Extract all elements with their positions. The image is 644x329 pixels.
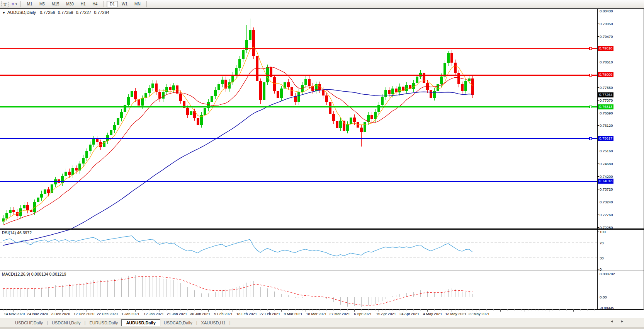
text-tool-button[interactable]: T: [1, 1, 9, 7]
toolbar-separator: [20, 1, 21, 7]
tab-eurusd-daily[interactable]: EURUSD,Daily: [86, 320, 121, 326]
timeframe-h1-button[interactable]: H1: [78, 1, 89, 7]
panel-borders: [0, 9, 644, 310]
timeframe-d1-button[interactable]: D1: [107, 1, 118, 7]
timeframe-m15-button[interactable]: M15: [49, 1, 62, 7]
text-tool-icon: T: [3, 2, 6, 7]
tab-separator: |: [85, 320, 86, 325]
timeframe-m5-button[interactable]: M5: [36, 1, 48, 7]
timeframe-w1-button[interactable]: W1: [119, 1, 131, 7]
timeframe-m30-button[interactable]: M30: [63, 1, 76, 7]
timeframe-m1-button[interactable]: M1: [24, 1, 36, 7]
chevron-down-icon: ▾: [15, 2, 17, 6]
macd-signal-line: [3, 276, 472, 305]
level-lines-layer: [0, 48, 597, 181]
candlestick-layer: [2, 19, 474, 225]
tab-audusd-daily[interactable]: AUDUSD,Daily: [121, 319, 160, 326]
toolbar-separator: [103, 1, 104, 7]
macd-signal-layer: [3, 276, 472, 305]
scroll-right-icon: ►: [620, 319, 631, 323]
bottom-strip: [0, 327, 644, 329]
tab-separator: |: [229, 320, 231, 325]
macd-histogram: [3, 275, 473, 307]
tab-usdchf-daily[interactable]: USDCHF,Daily: [12, 320, 46, 326]
tab-separator: |: [196, 320, 197, 325]
chart-canvas[interactable]: [0, 0, 644, 329]
timeframe-mn-button[interactable]: MN: [131, 1, 144, 7]
rsi-line: [3, 236, 472, 256]
tab-usdcnh-daily[interactable]: USDCNH,Daily: [48, 320, 84, 326]
tab-scroll-arrows[interactable]: ◄►: [610, 319, 631, 323]
rsi-panel-layer: [0, 236, 597, 258]
toolbar-separator: [146, 1, 147, 7]
tab-xauusd-h1[interactable]: XAUUSD,H1: [198, 320, 229, 326]
shapes-icon: ❖: [11, 2, 15, 6]
ma-lines-layer: [3, 47, 472, 245]
timeframe-h4-button[interactable]: H4: [90, 1, 101, 7]
toolbar: T ❖ ▾ M1 M5 M15 M30 H1 H4 D1 W1 MN: [0, 0, 644, 9]
tab-separator: |: [47, 320, 48, 325]
scroll-left-icon: ◄: [610, 319, 620, 323]
tab-usdcad-daily[interactable]: USDCAD,Daily: [160, 320, 196, 326]
symbol-tab-bar: USDCHF,Daily | USDCNH,Daily | EURUSD,Dai…: [0, 318, 644, 327]
objects-tool-button[interactable]: ❖ ▾: [10, 1, 18, 7]
